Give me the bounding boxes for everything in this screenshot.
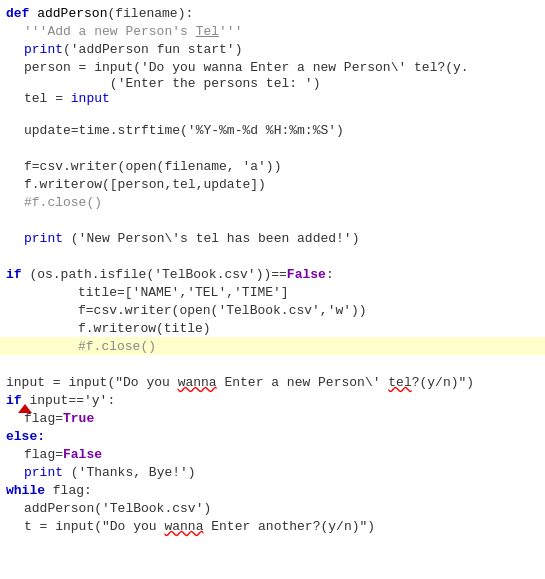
code-line-5: tel = input('Enter the persons tel: ') [0,76,545,121]
keyword-def: def [6,6,37,21]
code-text: f=csv.writer(open(filename, 'a')) [24,159,281,174]
code-line-18: #f.close() [0,337,545,355]
code-text: : [326,267,334,282]
code-line-13 [0,247,545,265]
code-text: ('New Person\'s tel has been added!') [63,231,359,246]
code-text: f.writerow(title) [78,321,211,336]
code-line-8: f=csv.writer(open(filename, 'a')) [0,157,545,175]
code-line-3: print('addPerson fun start') [0,40,545,58]
keyword-else: else: [6,429,45,444]
code-text: t = input("Do you wanna Enter another?(y… [24,519,375,534]
code-line-12: print ('New Person\'s tel has been added… [0,229,545,247]
code-line-19 [0,355,545,373]
code-text: f.writerow([person,tel,update]) [24,177,266,192]
code-line-11 [0,211,545,229]
keyword-input: input [71,91,110,106]
code-line-16: f=csv.writer(open('TelBook.csv','w')) [0,301,545,319]
comment-close: #f.close() [24,195,102,210]
comment-highlighted: #f.close() [78,339,156,354]
code-text: flag: [53,483,92,498]
code-line-23: else: [0,427,545,445]
code-text: flag= [24,447,63,462]
code-text: person = input('Do you wanna Enter a new… [24,60,469,75]
code-text: title=['NAME','TEL','TIME'] [78,285,289,300]
code-line-2: '''Add a new Person's Tel''' [0,22,545,40]
keyword-true: True [63,411,94,426]
code-text: input=='y': [29,393,115,408]
code-line-6: update=time.strftime('%Y-%m-%d %H:%m:%S'… [0,121,545,139]
keyword-if: if [6,267,29,282]
code-text: update=time.strftime('%Y-%m-%d %H:%m:%S'… [24,123,344,138]
code-text: (filename): [107,6,193,21]
code-line-20: input = input("Do you wanna Enter a new … [0,373,545,391]
code-line-10: #f.close() [0,193,545,211]
code-editor: def addPerson(filename): '''Add a new Pe… [0,0,545,579]
keyword-print: print [24,42,63,57]
keyword-print3: print [24,465,63,480]
code-line-14: if (os.path.isfile('TelBook.csv'))==Fals… [0,265,545,283]
code-line-21: if input=='y': [0,391,545,409]
docstring: '''Add a new Person's Tel''' [24,24,242,39]
code-text: addPerson('TelBook.csv') [24,501,211,516]
code-line-28: t = input("Do you wanna Enter another?(y… [0,517,545,535]
keyword-false2: False [63,447,102,462]
code-line-4: person = input('Do you wanna Enter a new… [0,58,545,76]
code-line-9: f.writerow([person,tel,update]) [0,175,545,193]
keyword-while: while [6,483,53,498]
code-line-26: while flag: [0,481,545,499]
code-text: (os.path.isfile('TelBook.csv'))== [29,267,286,282]
code-line-27: addPerson('TelBook.csv') [0,499,545,517]
code-text: ('addPerson fun start') [63,42,242,57]
keyword-print2: print [24,231,63,246]
code-text: ('Enter the persons tel: ') [110,76,321,121]
code-text: f=csv.writer(open('TelBook.csv','w')) [78,303,367,318]
code-line-24: flag=False [0,445,545,463]
code-text: ('Thanks, Bye!') [63,465,196,480]
code-line-25: print ('Thanks, Bye!') [0,463,545,481]
code-line-15: title=['NAME','TEL','TIME'] [0,283,545,301]
code-line-17: f.writerow(title) [0,319,545,337]
code-text: flag= [24,411,63,426]
keyword-false: False [287,267,326,282]
code-text: input = input("Do you wanna Enter a new … [6,375,474,390]
code-text: tel = [24,91,71,106]
function-name: addPerson [37,6,107,21]
code-line-7 [0,139,545,157]
code-line-1: def addPerson(filename): [0,4,545,22]
code-line-22: flag=True [0,409,545,427]
